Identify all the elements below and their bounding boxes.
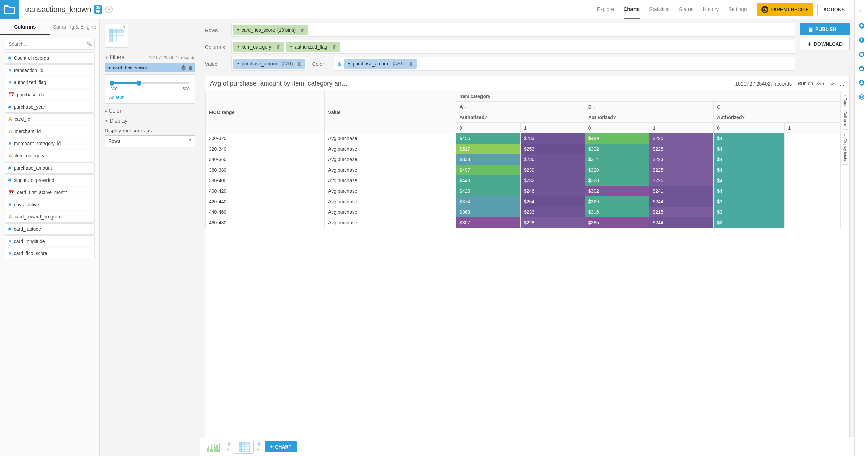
header-tab-history[interactable]: History (703, 0, 719, 19)
column-item[interactable]: 📅purchase_date (5, 89, 95, 100)
display-section-header[interactable]: ▼ Display (105, 118, 195, 124)
chart-thumb-pivot[interactable] (235, 440, 254, 454)
chart-type-selector[interactable]: ▼ (105, 24, 128, 48)
column-item[interactable]: #card_fico_score (5, 248, 95, 259)
svg-rect-16 (216, 445, 218, 452)
value-label: Value (205, 61, 227, 67)
filters-section-header[interactable]: ▼ Filters 101072/254027 records (105, 54, 195, 60)
field-chip[interactable]: ▼purchase_amount(AVG)🗑 (233, 59, 305, 69)
display-totals-control[interactable]: ✚Display totals (842, 130, 848, 165)
column-item[interactable]: #Count of records (5, 52, 95, 64)
display-measures-select[interactable]: Rows (105, 135, 195, 147)
type-icon: A (8, 153, 12, 158)
info-circle-icon[interactable]: i (858, 37, 865, 43)
publish-button[interactable]: ▣ PUBLISH (800, 23, 850, 35)
plus-icon: + (270, 444, 273, 450)
header-tab-status[interactable]: Status (679, 0, 694, 19)
column-item[interactable]: #merchant_category_id (5, 138, 95, 149)
trash-icon[interactable]: 🗑 (409, 61, 413, 66)
range-slider[interactable] (111, 82, 189, 84)
header-tabs: ExploreChartsStatisticsStatusHistorySett… (597, 0, 747, 19)
trash-icon[interactable]: 🗑 (188, 65, 193, 70)
type-icon: A (8, 116, 12, 122)
header-tab-settings[interactable]: Settings (728, 0, 747, 19)
dataset-folder-icon[interactable] (0, 0, 19, 19)
column-item[interactable]: #purchase_year (5, 101, 95, 113)
column-item[interactable]: Aitem_category (5, 150, 95, 162)
column-item[interactable]: #authorized_flag (5, 77, 95, 88)
chat-circle-icon[interactable] (858, 65, 865, 72)
svg-rect-8 (109, 29, 113, 42)
as-text-link[interactable]: As text (109, 95, 124, 100)
column-item[interactable]: Acard_id (5, 113, 95, 125)
pivot-record-count: 101072 / 254027 records (735, 81, 792, 87)
type-icon: # (8, 165, 11, 171)
column-list: #Count of records#transaction_id#authori… (0, 52, 99, 456)
droplet-icon: 💧 (337, 61, 342, 66)
clock-circle-icon[interactable] (858, 94, 865, 100)
header-tab-explore[interactable]: Explore (597, 0, 614, 19)
columns-dropzone[interactable]: ▼item_category🗑▼authorized_flag🗑 (231, 40, 795, 54)
pivot-table: FICO rangeValueItem categoryA‹B‹C‹Author… (205, 91, 841, 228)
column-item[interactable]: 📅card_first_active_month (5, 187, 95, 198)
column-item[interactable]: #signature_provided (5, 174, 95, 186)
copy-icon[interactable]: ⎘ (227, 447, 231, 452)
column-search-input[interactable] (5, 39, 95, 50)
caret-down-icon: ▼ (107, 65, 112, 70)
column-item[interactable]: #card_latitude (5, 223, 95, 235)
column-item[interactable]: #purchase_amount (5, 162, 95, 174)
trash-icon[interactable]: 🗑 (227, 442, 231, 446)
svg-rect-9 (207, 448, 208, 452)
trash-icon[interactable]: 🗑 (300, 27, 305, 33)
sidebar-tab[interactable]: Columns (0, 19, 50, 35)
chart-title: Avg of purchase_amount by item_category … (210, 80, 729, 87)
expand-icon[interactable]: ⛶ (839, 80, 845, 87)
rows-dropzone[interactable]: ▼card_fico_score(10 bins)🗑 (231, 23, 795, 37)
plus-circle-icon[interactable] (858, 23, 865, 29)
power-icon[interactable]: ⏻ (181, 65, 186, 70)
trash-icon[interactable]: 🗑 (297, 61, 302, 66)
column-item[interactable]: #days_active (5, 199, 95, 210)
field-chip[interactable]: ▼purchase_amount(AVG)🗑 (344, 59, 416, 69)
parent-recipe-button[interactable]: ◔ PARENT RECIPE (757, 3, 813, 16)
expand-collapse-control[interactable]: ↕Expand/Collapse (843, 91, 848, 130)
color-section-header[interactable]: ▶ Color (105, 108, 195, 114)
svg-rect-11 (210, 449, 211, 452)
svg-text:i: i (861, 38, 862, 42)
trash-icon[interactable]: 🗑 (332, 44, 337, 50)
header-tab-charts[interactable]: Charts (624, 0, 640, 19)
caret-right-icon: ▶ (105, 109, 107, 113)
value-dropzone[interactable]: ▼purchase_amount(AVG)🗑 (231, 57, 307, 71)
svg-rect-13 (212, 449, 213, 452)
field-chip[interactable]: ▼item_category🗑 (233, 42, 284, 52)
column-item[interactable]: Amerchant_id (5, 126, 95, 137)
column-item[interactable]: #card_longitude (5, 235, 95, 247)
chart-thumb-bars[interactable] (205, 440, 224, 454)
caret-down-icon: ▼ (347, 62, 351, 65)
recipe-circle-icon: ◔ (761, 6, 768, 13)
sidebar-tab[interactable]: Sampling & Engine (50, 19, 100, 35)
field-chip[interactable]: ▼card_fico_score(10 bins)🗑 (233, 25, 308, 35)
copy-icon[interactable]: ⎘ (257, 447, 261, 452)
header-tab-statistics[interactable]: Statistics (649, 0, 669, 19)
add-chart-button[interactable]: + CHART (265, 441, 297, 452)
download-button[interactable]: ⬇ DOWNLOAD (800, 38, 850, 50)
trash-icon[interactable]: 🗑 (276, 44, 281, 50)
caret-down-icon: ▼ (237, 62, 240, 65)
field-chip[interactable]: ▼authorized_flag🗑 (286, 42, 340, 52)
run-on-label[interactable]: Run on DSS (798, 81, 824, 86)
color-dropzone[interactable]: 💧 ▼purchase_amount(AVG)🗑 (334, 57, 795, 71)
arrow-left-icon[interactable]: ← (858, 7, 865, 15)
svg-rect-10 (208, 446, 209, 452)
actions-button[interactable]: ACTIONS (817, 4, 850, 15)
refresh-icon[interactable]: ⟳ (830, 80, 835, 87)
lab-circle-icon[interactable] (858, 80, 865, 86)
list-circle-icon[interactable] (858, 51, 865, 57)
column-item[interactable]: Acard_reward_program (5, 211, 95, 223)
column-item[interactable]: #transaction_id (5, 64, 95, 76)
compass-icon[interactable]: ✦ (105, 6, 113, 13)
filter-chip-fico[interactable]: ▼ card_fico_score ⏻ 🗑 (105, 63, 195, 72)
filter-record-count: 101072/254027 records (149, 55, 195, 60)
pivot-result: Avg of purchase_amount by item_category … (205, 76, 850, 437)
trash-icon[interactable]: 🗑 (257, 442, 261, 446)
